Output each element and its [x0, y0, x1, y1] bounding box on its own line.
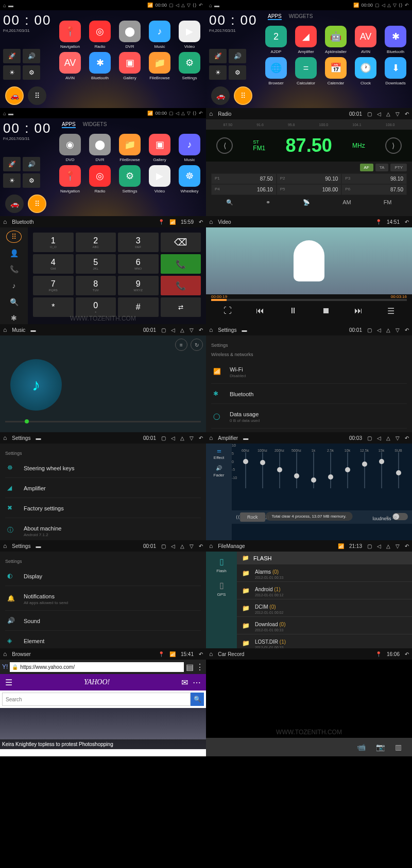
prev-icon[interactable]: ⏮ [256, 306, 264, 316]
app-dvr[interactable]: ⬤DVR [116, 21, 143, 49]
antenna-icon[interactable]: 📡 [303, 199, 310, 206]
eq-slider-15k[interactable]: 15k [376, 449, 387, 500]
app-apkinstaller[interactable]: 🤖ApkInstaller [322, 26, 349, 54]
tab-widgets[interactable]: WIDGETS [289, 13, 313, 20]
pty-button[interactable]: PTY [390, 164, 407, 171]
prev-preset-icon[interactable]: ⟨⟨ [236, 515, 240, 520]
menu-icon[interactable]: ≡ [175, 339, 187, 351]
app-filebrowse[interactable]: 📁FileBrowse [146, 52, 173, 80]
end-button[interactable]: 📞 [161, 276, 201, 295]
eq-slider-SUB[interactable]: SUB [393, 449, 404, 500]
path-label[interactable]: FLASH [253, 555, 271, 561]
key-2[interactable]: 2ABC [76, 233, 116, 252]
search-button[interactable]: 🔍 [191, 693, 204, 706]
news-article[interactable]: Keira Knightley topless to protest Photo… [0, 708, 206, 749]
eq-slider-500hz[interactable]: 500hz [291, 449, 302, 500]
af-button[interactable]: AF [360, 164, 373, 171]
preset-P4[interactable]: P4106.10 [211, 184, 277, 195]
key-0[interactable]: 0+ [76, 297, 116, 317]
effect-icon[interactable]: ⚌ [206, 446, 232, 455]
app-settings[interactable]: ⚙Settings [116, 165, 143, 193]
preset-P2[interactable]: P290.10 [277, 173, 342, 184]
setting-element[interactable]: ◈Element [5, 631, 201, 648]
key-6[interactable]: 6MNO [118, 254, 159, 274]
key-3[interactable]: 3DEF [118, 233, 159, 252]
key-#[interactable]: # [118, 297, 159, 317]
setting-about-machine[interactable]: ⓘAbout machineAndroid 7.1.2 [5, 518, 201, 540]
tab-apps[interactable]: APPS [268, 13, 282, 20]
setting-factory-settings[interactable]: ✖Factory settings [5, 498, 201, 518]
search-icon[interactable]: 🔍 [6, 296, 22, 308]
sw-button[interactable]: ⇄ [161, 297, 201, 317]
app-gallery[interactable]: ▣Gallery [146, 134, 173, 162]
setting-more[interactable]: ⋯More [211, 429, 407, 432]
app-bluetooth[interactable]: ✱Bluetooth [87, 52, 113, 80]
key-9[interactable]: 9WXYZ [118, 276, 159, 295]
eq-slider-60hz[interactable]: 60hz [241, 449, 251, 500]
folder-alarms[interactable]: 📁Alarms (0)2012-01-01 00:33 [237, 564, 412, 582]
contacts-icon[interactable]: 👤 [6, 247, 22, 259]
dialpad-icon[interactable]: ⠿ [6, 231, 22, 243]
app-dvd[interactable]: ◉DVD [57, 134, 83, 162]
app-gallery[interactable]: ▣Gallery [116, 52, 143, 80]
prev-button[interactable]: ⟨ [216, 137, 233, 154]
app-calendar[interactable]: 📅Calendar [322, 57, 349, 85]
app-avin[interactable]: AVAVIN [57, 52, 83, 80]
key-8[interactable]: 8TUV [76, 276, 116, 295]
app-music[interactable]: ♪Music [176, 134, 203, 162]
folder-lost.dir[interactable]: 📁LOST.DIR (1)2012-01-01 00:33 [237, 634, 412, 648]
next-button[interactable]: ⟩ [385, 137, 402, 154]
app-clock[interactable]: 🕐Clock [352, 57, 379, 85]
next-icon[interactable]: ⏭ [354, 306, 363, 316]
eq-slider-2.5k[interactable]: 2.5k [325, 449, 336, 500]
app-navigation[interactable]: 📍Navigation [57, 165, 83, 193]
pause-icon[interactable]: ⏸ [289, 306, 297, 316]
stop-icon[interactable]: ⏹ [322, 306, 330, 316]
app-bluetooth[interactable]: ✱Bluetooth [382, 26, 409, 54]
setting-data-usage[interactable]: ◯Data usage0 B of data used [211, 404, 407, 429]
app-filebrowse[interactable]: 📁FileBrowse [116, 134, 143, 162]
record-icon[interactable]: 📹 [357, 743, 366, 751]
key-4[interactable]: 4GHI [33, 254, 74, 274]
app-wheelkey[interactable]: ☸Wheelkey [176, 165, 203, 193]
setting-wi-fi[interactable]: 📶Wi-FiDisabled [211, 359, 407, 384]
preset-P6[interactable]: P687.50 [341, 184, 407, 195]
settings-icon[interactable]: ⚙ [23, 65, 40, 80]
album-art[interactable]: ♪ [10, 359, 62, 411]
search-input[interactable] [2, 693, 191, 706]
tabs-icon[interactable]: ▤ [186, 662, 194, 672]
setting-notifications[interactable]: 🔔NotificationsAll apps allowed to send [5, 586, 201, 611]
app-video[interactable]: ▶Video [176, 21, 203, 49]
ta-button[interactable]: TA [375, 164, 389, 171]
link-icon[interactable]: ⚭ [266, 199, 270, 206]
preset-button[interactable]: Rock [240, 512, 265, 522]
more-icon[interactable]: ⋯ [193, 678, 201, 687]
video-surface[interactable] [206, 227, 412, 294]
folder-android[interactable]: 📁Android (1)2012-01-01 00:12 [237, 582, 412, 599]
app-calculator[interactable]: =Calculator [293, 57, 319, 85]
volume-icon[interactable]: 🔊 [23, 49, 40, 63]
apps-dock-icon[interactable]: ⠿ [28, 86, 46, 105]
app-a2dp[interactable]: 2A2DP [263, 26, 289, 54]
bksp-button[interactable]: ⌫ [161, 233, 201, 252]
preset-P1[interactable]: P187.50 [211, 173, 277, 184]
app-settings[interactable]: ⚙Settings [176, 52, 203, 80]
eq-slider-100hz[interactable]: 100hz [258, 449, 268, 500]
camera-icon[interactable]: 📷 [376, 743, 385, 751]
car-dock-icon[interactable]: 🚗 [211, 86, 230, 105]
eq-slider-200hz[interactable]: 200hz [274, 449, 285, 500]
progress-bar[interactable] [211, 299, 407, 301]
eq-slider-1k[interactable]: 1k [308, 449, 319, 500]
setting-steering-wheel-keys[interactable]: ☸Steering wheel keys [5, 458, 201, 478]
gallery-icon[interactable]: ▥ [395, 743, 402, 751]
eq-slider-12.5k[interactable]: 12.5k [359, 449, 370, 500]
music-icon[interactable]: ♪ [6, 279, 22, 292]
flash-icon[interactable]: ▯ [206, 555, 237, 569]
app-amplifier[interactable]: ◢Amplifier [293, 26, 319, 54]
app-navigation[interactable]: 📍Navigation [57, 21, 83, 49]
history-icon[interactable]: 📞 [6, 263, 22, 276]
call-button[interactable]: 📞 [161, 254, 201, 274]
repeat-icon[interactable]: ↻ [191, 339, 203, 351]
menu-icon[interactable]: ⋮ [196, 662, 204, 672]
key-*[interactable]: * [33, 297, 74, 317]
